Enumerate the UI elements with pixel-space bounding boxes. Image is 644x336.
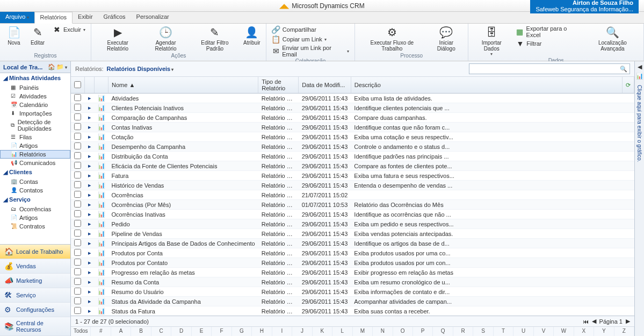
tab-file[interactable]: Arquivo: [0, 12, 34, 23]
table-row[interactable]: ▸📊Produtos por ContaRelatório do Re...29…: [71, 248, 634, 258]
table-row[interactable]: ▸📊Ocorrências InativasRelatório do Re...…: [71, 210, 634, 219]
area-resources[interactable]: 📚Central de Recursos: [0, 317, 70, 336]
search-input[interactable]: [469, 66, 618, 72]
expand-icon[interactable]: ▸: [85, 248, 95, 258]
expand-icon[interactable]: ▸: [85, 287, 95, 297]
expand-icon[interactable]: ▸: [85, 229, 95, 239]
expand-icon[interactable]: ▸: [85, 161, 95, 171]
table-row[interactable]: ▸📊Resumo do UsuárioRelatório do Re...29/…: [71, 287, 634, 297]
sidebar-tools-icon[interactable]: 📁: [56, 63, 67, 70]
col-date[interactable]: Data de Modifi...: [299, 77, 351, 94]
col-type[interactable]: Tipo de Relatório: [258, 77, 299, 94]
table-row[interactable]: ▸📊Contas InativasRelatório do Re...29/06…: [71, 123, 634, 132]
pager-prev[interactable]: ◀: [592, 318, 596, 325]
col-name[interactable]: Nome ▲: [108, 77, 258, 94]
table-row[interactable]: ▸📊Comparação de CampanhasRelatório do Re…: [71, 113, 634, 123]
expand-icon[interactable]: ▸: [85, 123, 95, 132]
advanced-find-button[interactable]: 🔍Localização Avançada: [585, 25, 640, 53]
expand-icon[interactable]: ▸: [85, 306, 95, 316]
row-checkbox[interactable]: [71, 190, 85, 200]
area-settings[interactable]: ⚙Configurações: [0, 303, 70, 317]
expand-icon[interactable]: ▸: [85, 200, 95, 210]
row-checkbox[interactable]: [71, 123, 85, 132]
row-checkbox[interactable]: [71, 142, 85, 152]
nav-imports[interactable]: ⬇Importações: [0, 109, 70, 118]
expand-icon[interactable]: ▸: [85, 103, 95, 113]
expand-icon[interactable]: ▸: [85, 171, 95, 181]
edit-button[interactable]: ✎Editar: [27, 25, 48, 47]
expand-icon[interactable]: ▸: [85, 94, 95, 103]
expand-icon[interactable]: ▸: [85, 268, 95, 277]
table-row[interactable]: ▸📊Desempenho da CampanhaRelatório do Re.…: [71, 142, 634, 152]
row-checkbox[interactable]: [71, 258, 85, 268]
new-button[interactable]: 📄Nova: [3, 25, 25, 47]
nav-contracts[interactable]: 📜Contratos: [0, 222, 70, 231]
chart-expand-label[interactable]: Clique aqui para exibir o gráfico.: [636, 85, 642, 162]
table-row[interactable]: ▸📊CotaçãoRelatório do Re...29/06/2011 15…: [71, 132, 634, 142]
table-row[interactable]: ▸📊Distribuição da ContaRelatório do Re..…: [71, 152, 634, 161]
row-checkbox[interactable]: [71, 210, 85, 219]
table-row[interactable]: ▸📊Resumo da ContaRelatório do Re...29/06…: [71, 277, 634, 287]
expand-chart-icon[interactable]: ◀: [638, 63, 642, 70]
nav-announcements[interactable]: 📢Comunicados: [0, 159, 70, 167]
alpha-hash[interactable]: #: [91, 327, 111, 336]
table-row[interactable]: ▸📊OcorrênciasRelatório do Re...21/07/201…: [71, 190, 634, 200]
col-desc[interactable]: Descrição: [351, 77, 622, 94]
nav-svc-articles[interactable]: 📄Artigos: [0, 213, 70, 222]
pager-first[interactable]: ⏮: [583, 318, 589, 325]
nav-panels[interactable]: ▦Painéis: [0, 83, 70, 92]
section-clients[interactable]: ◢ Clientes: [0, 167, 70, 177]
select-all-checkbox[interactable]: [71, 77, 85, 94]
expand-icon[interactable]: ▸: [85, 190, 95, 200]
area-service[interactable]: 🛠Serviço: [0, 288, 70, 303]
nav-activities[interactable]: ☑Atividades: [0, 92, 70, 101]
area-workplace[interactable]: 🏠Local de Trabalho: [0, 245, 70, 259]
row-checkbox[interactable]: [71, 268, 85, 277]
export-excel-button[interactable]: ▦Exportar para o Excel: [513, 25, 582, 39]
row-checkbox[interactable]: [71, 306, 85, 316]
row-checkbox[interactable]: [71, 161, 85, 171]
view-selector[interactable]: Relatórios Disponíveis: [107, 66, 174, 72]
expand-icon[interactable]: ▸: [85, 239, 95, 248]
pager-next[interactable]: ▶: [626, 318, 630, 325]
expand-icon[interactable]: ▸: [85, 210, 95, 219]
refresh-button[interactable]: ⟳: [623, 77, 634, 94]
table-row[interactable]: ▸📊FaturaRelatório do Re...29/06/2011 15:…: [71, 171, 634, 181]
delete-button[interactable]: ✖Excluir: [50, 25, 88, 34]
expand-icon[interactable]: ▸: [85, 258, 95, 268]
start-dialog-button[interactable]: 💬Iniciar Diálogo: [428, 25, 465, 53]
table-row[interactable]: ▸📊Eficácia da Fonte de Clientes Potencia…: [71, 161, 634, 171]
row-checkbox[interactable]: [71, 297, 85, 306]
row-checkbox[interactable]: [71, 94, 85, 103]
row-checkbox[interactable]: [71, 200, 85, 210]
nav-calendar[interactable]: 📅Calendário: [0, 101, 70, 109]
expand-icon[interactable]: ▸: [85, 219, 95, 229]
table-row[interactable]: ▸📊Clientes Potenciais InativosRelatório …: [71, 103, 634, 113]
table-row[interactable]: ▸📊Ocorrências (Por Mês)Relatório do Re..…: [71, 200, 634, 210]
run-workflow-button[interactable]: ⚙Executar Fluxo de Trabalho: [358, 25, 425, 53]
row-checkbox[interactable]: [71, 171, 85, 181]
table-row[interactable]: ▸📊Progresso em relação às metasRelatório…: [71, 268, 634, 277]
chart-pane-collapsed[interactable]: ◀ 📊 Clique aqui para exibir o gráfico.: [634, 61, 644, 336]
row-checkbox[interactable]: [71, 229, 85, 239]
edit-filter-button[interactable]: ✎Editar Filtro Padrão: [191, 25, 239, 53]
row-checkbox[interactable]: [71, 239, 85, 248]
expand-icon[interactable]: ▸: [85, 181, 95, 190]
area-sales[interactable]: 💰Vendas: [0, 259, 70, 274]
row-checkbox[interactable]: [71, 277, 85, 287]
table-row[interactable]: ▸📊Produtos por ContatoRelatório do Re...…: [71, 258, 634, 268]
table-row[interactable]: ▸📊PedidoRelatório do Re...29/06/2011 15:…: [71, 219, 634, 229]
import-data-button[interactable]: 🗄Importar Dados: [472, 25, 511, 58]
expand-icon[interactable]: ▸: [85, 297, 95, 306]
area-marketing[interactable]: 📣Marketing: [0, 274, 70, 288]
share-button[interactable]: 🔗Compartilhar: [270, 25, 351, 34]
table-row[interactable]: ▸📊AtividadesRelatório do Re...29/06/2011…: [71, 94, 634, 103]
nav-contacts[interactable]: 👤Contatos: [0, 186, 70, 195]
expand-icon[interactable]: ▸: [85, 113, 95, 123]
copy-link-button[interactable]: 📋Copiar um Link: [270, 34, 351, 44]
section-my-activities[interactable]: ◢ Minhas Atividades: [0, 73, 70, 83]
table-row[interactable]: ▸📊Status da Atividade da CampanhaRelatór…: [71, 297, 634, 306]
row-checkbox[interactable]: [71, 181, 85, 190]
row-checkbox[interactable]: [71, 113, 85, 123]
row-checkbox[interactable]: [71, 152, 85, 161]
